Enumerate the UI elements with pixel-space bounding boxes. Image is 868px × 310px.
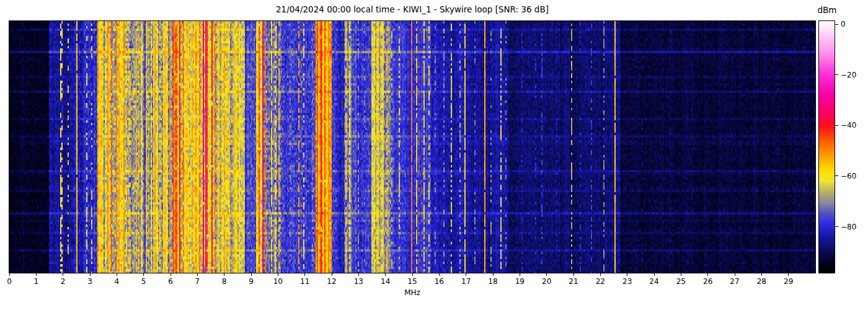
x-tick-label-10: 10 [273,277,283,286]
x-tick-label-4: 4 [115,277,120,286]
colorbar-tick-label--20: −20 [841,71,856,79]
x-tick-label-9: 9 [249,277,254,286]
x-tick-mark [224,273,224,276]
x-tick-label-26: 26 [703,277,712,286]
spectrogram-figure: 21/04/2024 00:00 local time - KIWI_1 - S… [0,0,868,310]
x-tick-label-24: 24 [649,277,658,286]
x-tick-mark [788,273,789,276]
x-tick-mark [36,273,37,276]
colorbar-tick-mark [835,226,838,227]
x-tick-mark [9,273,10,276]
x-tick-mark [117,273,117,276]
colorbar-tick-mark [835,175,838,176]
x-tick-mark [735,273,735,276]
x-tick-mark [493,273,494,276]
x-tick-label-1: 1 [34,277,39,286]
x-tick-label-12: 12 [327,277,336,286]
x-tick-label-14: 14 [381,277,390,286]
x-tick-mark [574,273,574,276]
x-tick-mark [90,273,91,276]
x-tick-label-21: 21 [569,277,578,286]
colorbar-tick-label--40: −40 [841,121,856,130]
x-tick-mark [197,273,198,276]
x-tick-mark [63,273,63,276]
colorbar-tick-mark [835,24,838,25]
colorbar-tick-label-0: 0 [841,20,846,29]
colorbar-unit-label: dBm [818,5,837,15]
x-tick-label-11: 11 [300,277,309,286]
x-tick-label-6: 6 [168,277,173,286]
x-tick-label-3: 3 [87,277,92,286]
x-tick-label-19: 19 [515,277,525,286]
plot-title: 21/04/2024 00:00 local time - KIWI_1 - S… [276,4,549,14]
x-tick-label-17: 17 [461,277,471,286]
x-tick-label-0: 0 [7,277,12,286]
x-tick-mark [143,273,144,276]
colorbar [818,20,835,273]
x-tick-mark [546,273,547,276]
x-tick-mark [251,273,252,276]
x-tick-mark [385,273,386,276]
x-tick-label-7: 7 [195,277,200,286]
x-tick-mark [707,273,708,276]
x-tick-label-22: 22 [596,277,605,286]
colorbar-tick-mark [835,125,838,126]
x-tick-mark [358,273,359,276]
x-tick-mark [332,273,332,276]
waterfall-canvas [9,21,815,273]
x-tick-mark [681,273,681,276]
x-tick-mark [439,273,440,276]
colorbar-tick-label--80: −80 [841,223,856,231]
x-tick-mark [627,273,627,276]
x-tick-mark [304,273,305,276]
colorbar-tick-mark [835,74,838,75]
x-axis-unit-label: MHz [404,288,420,297]
x-tick-label-18: 18 [488,277,497,286]
x-tick-mark [466,273,466,276]
x-tick-mark [170,273,171,276]
x-tick-label-23: 23 [622,277,632,286]
x-tick-label-28: 28 [757,277,766,286]
x-tick-mark [654,273,655,276]
x-tick-label-27: 27 [730,277,739,286]
x-tick-mark [412,273,413,276]
x-tick-label-25: 25 [676,277,686,286]
x-tick-label-16: 16 [435,277,444,286]
x-tick-label-2: 2 [61,277,66,286]
x-tick-label-5: 5 [141,277,146,286]
x-tick-label-8: 8 [222,277,227,286]
x-tick-mark [520,273,520,276]
x-tick-label-13: 13 [354,277,363,286]
colorbar-gradient-canvas [819,21,835,273]
x-tick-mark [278,273,278,276]
waterfall-plot-area [9,20,816,273]
x-tick-label-29: 29 [784,277,793,286]
x-tick-mark [600,273,601,276]
x-tick-label-20: 20 [542,277,551,286]
colorbar-tick-label--60: −60 [841,172,856,180]
x-tick-label-15: 15 [407,277,417,286]
x-tick-mark [761,273,762,276]
